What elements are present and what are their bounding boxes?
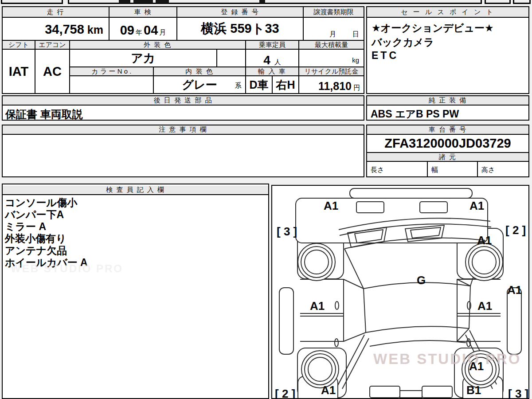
spec-width-label: 幅 [431, 166, 438, 174]
spec-length-label: 長さ [371, 166, 384, 174]
genuine-equipment-box: 純 正 装 備 ABS エアB PS PW [366, 95, 529, 121]
capacity-unit: 人 [274, 58, 281, 66]
sales-points-box: セ ー ル ス ポ イ ン ト ★オークションデビュー★ バックカメラ ETC [366, 6, 529, 94]
recycle-deposit-number: 11,810 [318, 80, 352, 93]
inspector-note-line: 外装小傷有り [5, 233, 88, 245]
spec-height-cell: 高さ [478, 162, 528, 176]
exterior-color-value: アカ [70, 50, 217, 67]
mileage-header: 走 行 [3, 7, 110, 18]
capacity-value: 4 人 [246, 50, 299, 67]
registration-header: 登 録 番 号 [177, 7, 304, 18]
inspector-note-line: ミラー A [5, 221, 88, 233]
later-shipped-parts-header: 後 日 発 送 部 品 [3, 96, 364, 106]
inspector-notes-header: 検 査 員 記 入 欄 [3, 186, 268, 195]
sales-point-line: バックカメラ [372, 35, 434, 49]
inspector-note-line: バンパー下A [5, 209, 88, 221]
vehicle-info-table: 走 行 車 検 登 録 番 号 譲渡書類期限 34,758 km 09 年 04… [2, 6, 364, 94]
chassis-specs-box: 車 台 番 号 ZFA3120000JD03729 諸 元 長さ 幅 高さ [366, 125, 529, 177]
damage-code-label: A1 [469, 360, 484, 372]
damage-code-label: G [417, 274, 426, 286]
damage-code-label: A1 [321, 384, 336, 396]
auction-sheet: 走 行 車 検 登 録 番 号 譲渡書類期限 34,758 km 09 年 04… [0, 0, 532, 399]
cautions-box: 注 意 事 項 欄 WEB STUDIO PRO [2, 125, 364, 177]
damage-code-label: A1 [324, 200, 338, 211]
inspection-month-suffix: 月 [159, 28, 166, 37]
color-no-value [70, 76, 154, 93]
exterior-color-header: 外 装 色 [70, 41, 246, 50]
max-load-header: 最大積載量 [299, 41, 364, 50]
watermark: WEB STUDIO PRO [373, 351, 521, 368]
capacity-number: 4 [263, 53, 270, 67]
transfer-month-label: 月 [329, 30, 336, 39]
inspector-note-line: アンテナ欠品 [5, 245, 88, 257]
aircon-header: エアコン [35, 41, 70, 50]
damage-code-label: [ 3 ] [277, 226, 297, 237]
car-wheels-and-lights [298, 243, 503, 398]
watermark: WEB STUDIO PRO [11, 262, 123, 275]
damage-diagram-box: WEB STUDIO PRO A1 A1 [ 3 ] [ 2 ] A1 G A1… [271, 185, 529, 399]
recycle-deposit-header: リサイクル預託金 [299, 67, 364, 76]
inspection-month: 04 [144, 23, 158, 38]
inspection-header: 車 検 [110, 7, 177, 18]
import-car-header: 輸 入 車 [246, 67, 299, 76]
spec-height-label: 高さ [481, 166, 495, 174]
cautions-header: 注 意 事 項 欄 [3, 125, 364, 135]
mileage-number: 34,758 [45, 22, 84, 37]
later-shipped-parts-value: 保証書 車両取説 [5, 107, 83, 121]
spec-length-cell: 長さ [367, 162, 428, 176]
interior-color-value: グレー 系 [154, 76, 246, 93]
genuine-equipment-header: 純 正 装 備 [367, 96, 528, 106]
inspection-year: 09 [120, 23, 134, 38]
recycle-deposit-value: 11,810 円 [299, 76, 364, 93]
sales-point-line: ★オークションデビュー★ [372, 21, 494, 35]
damage-code-label: A1 [507, 284, 522, 296]
damage-code-label: A1 [469, 200, 484, 211]
mileage-value: 34,758 km [3, 18, 110, 41]
specs-header: 諸 元 [367, 153, 528, 162]
transfer-day-label: 日 [352, 30, 359, 39]
damage-code-label: B1 [466, 384, 481, 396]
aircon-value: AC [35, 50, 70, 93]
exterior-color-extra-cell [217, 50, 246, 67]
inspection-value: 09 年 04 月 [110, 18, 177, 41]
mileage-unit: km [87, 23, 103, 36]
interior-color-suffix: 系 [235, 82, 242, 90]
damage-code-label: A1 [477, 300, 492, 312]
chassis-number-value: ZFA3120000JD03729 [367, 135, 528, 153]
damage-code-label: [ 3 ] [508, 388, 528, 399]
shift-value: IAT [3, 50, 35, 93]
max-load-unit: kg [352, 56, 359, 64]
color-no-header: カ ラ ー N o . [70, 67, 154, 76]
import-car-value-domestic: D車 [246, 76, 273, 93]
transfer-deadline-header: 譲渡書類期限 [304, 7, 364, 18]
later-shipped-parts-box: 後 日 発 送 部 品 保証書 車両取説 [2, 95, 364, 121]
import-car-value-handle: 右H [273, 76, 299, 93]
registration-value: 横浜 559ト33 [177, 18, 304, 41]
recycle-deposit-unit: 円 [353, 84, 360, 92]
shift-header: シフト [3, 41, 35, 50]
damage-code-label: [ 2 ] [505, 224, 526, 236]
genuine-equipment-value: ABS エアB PS PW [371, 107, 459, 121]
damage-code-label: A1 [310, 300, 325, 312]
damage-code-label: [ 2 ] [275, 388, 295, 399]
capacity-header: 乗車定員 [246, 41, 299, 50]
max-load-value: kg [299, 50, 364, 67]
damage-code-label: A1 [477, 235, 492, 246]
inspector-note-line: コンソール傷小 [5, 197, 88, 209]
inspection-year-suffix: 年 [136, 28, 142, 37]
chassis-number-header: 車 台 番 号 [367, 125, 528, 135]
transfer-deadline-value: 月 日 [304, 18, 364, 41]
inspector-notes-box: 検 査 員 記 入 欄 コンソール傷小 バンパー下A ミラー A 外装小傷有り … [2, 184, 269, 399]
sales-point-line: ETC [372, 50, 399, 62]
interior-color-name: グレー [182, 77, 217, 93]
spec-width-cell: 幅 [428, 162, 478, 176]
sales-points-header: セ ー ル ス ポ イ ン ト [367, 7, 528, 18]
interior-color-header: 内 装 色 [154, 67, 246, 76]
